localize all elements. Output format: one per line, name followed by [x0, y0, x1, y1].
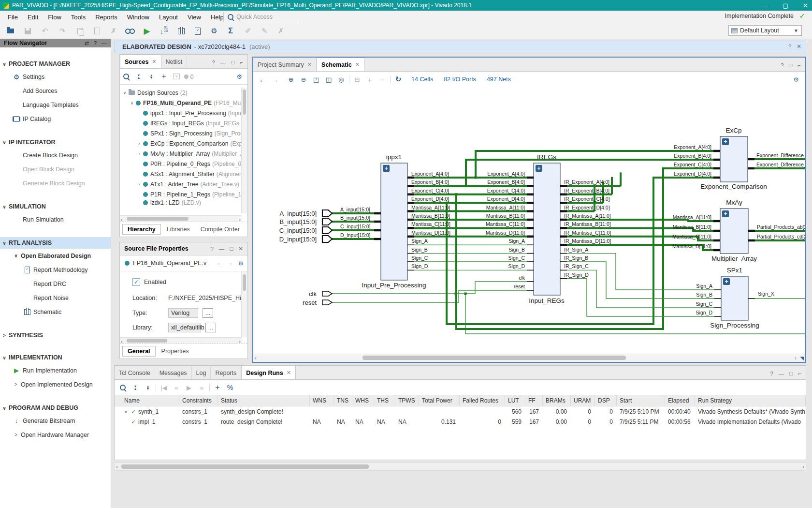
- flow-item-language-templates[interactable]: Language Templates: [0, 98, 111, 112]
- schematic-settings-icon[interactable]: ⚙: [790, 76, 802, 83]
- column-header-name[interactable]: Name: [121, 395, 179, 406]
- chevron-icon[interactable]: ›: [136, 151, 142, 156]
- column-header-dsp[interactable]: DSP: [595, 395, 617, 406]
- flow-item-ip-catalog[interactable]: IP Catalog: [0, 112, 111, 126]
- schematic-float-icon[interactable]: ⌐: [798, 62, 801, 68]
- flow-item-schematic[interactable]: Schematic: [0, 305, 111, 319]
- column-header-ths[interactable]: THS: [374, 395, 395, 406]
- schematic-maximize-icon[interactable]: □: [789, 62, 792, 68]
- tab-design-runs[interactable]: Design Runs✕: [241, 366, 296, 379]
- close-icon[interactable]: ✕: [307, 61, 312, 68]
- flow-item-run-implementation[interactable]: ▶Run Implementation: [0, 363, 111, 377]
- find-icon[interactable]: [125, 26, 135, 36]
- sources-float-icon[interactable]: ⌐: [240, 60, 243, 65]
- tab-netlist[interactable]: Netlist: [161, 55, 188, 68]
- flow-section-synthesis[interactable]: >SYNTHESIS: [0, 329, 111, 341]
- zoom-in-icon[interactable]: ⊕: [285, 76, 297, 83]
- column-header-uram[interactable]: URAM: [571, 395, 595, 406]
- column-header-failed-routes[interactable]: Failed Routes: [460, 395, 505, 406]
- select-area-icon[interactable]: ◫: [322, 76, 335, 83]
- settings-toolbar-icon[interactable]: ⚙: [209, 26, 219, 36]
- menu-item-edit[interactable]: Edit: [23, 14, 43, 21]
- layout-selector[interactable]: Default Layout ▼: [728, 25, 802, 36]
- schematic-block-iregs[interactable]: [534, 163, 560, 295]
- io-ports-count[interactable]: 82 I/O Ports: [444, 76, 476, 83]
- flow-section-project-manager[interactable]: ∨PROJECT MANAGER: [0, 58, 111, 70]
- tree-item-excp-exponent-comparison[interactable]: ›ExCp : Exponent_Comparison(Expo: [120, 138, 242, 149]
- flow-section-program-and-debug[interactable]: ∨PROGRAM AND DEBUG: [0, 402, 111, 414]
- cells-count[interactable]: 14 Cells: [411, 76, 433, 83]
- menu-item-window[interactable]: Window: [122, 14, 154, 21]
- flow-help-icon[interactable]: ?: [94, 40, 97, 46]
- tab-sources[interactable]: Sources✕: [120, 55, 161, 68]
- flow-section-implementation[interactable]: ∨IMPLEMENTATION: [0, 352, 111, 363]
- menu-item-tools[interactable]: Tools: [66, 14, 90, 21]
- report-icon[interactable]: ✓: [192, 26, 203, 36]
- tab-schematic[interactable]: Schematic✕: [317, 58, 364, 71]
- flow-minimize-icon[interactable]: —: [102, 40, 107, 46]
- port-reset[interactable]: [322, 300, 332, 305]
- percent-icon[interactable]: %: [224, 384, 236, 391]
- window-hscrollbar[interactable]: ‹ ›: [114, 463, 806, 471]
- flow-item-open-hardware-manager[interactable]: >Open Hardware Manager: [0, 428, 111, 442]
- close-icon[interactable]: ✕: [152, 59, 156, 65]
- flow-section-rtl-analysis[interactable]: ∨RTL ANALYSIS: [0, 237, 111, 249]
- column-header-brams[interactable]: BRAMs: [543, 395, 571, 406]
- enabled-checkbox[interactable]: ✓ Enabled: [132, 278, 166, 286]
- sources-minimize-icon[interactable]: —: [220, 60, 226, 65]
- column-header-tns[interactable]: TNS: [334, 395, 352, 406]
- schematic-corner-icon[interactable]: ◥: [800, 356, 804, 361]
- sfp-close-icon[interactable]: ✕: [238, 245, 243, 252]
- library-browse-button[interactable]: …: [205, 323, 216, 332]
- nets-count[interactable]: 497 Nets: [487, 76, 511, 83]
- generate-bitstream-icon[interactable]: ↓0110: [159, 26, 169, 36]
- chevron-icon[interactable]: ∨: [129, 101, 135, 105]
- chevron-icon[interactable]: ∨: [122, 90, 128, 95]
- tree-item-mxay-multiplier-array[interactable]: ›MxAy : Multiplier_Array(Multiplier_Arr: [120, 149, 242, 159]
- schematic-canvas[interactable]: +++++ippx1Input_Pre_ProcessingIREGsInput…: [253, 87, 805, 353]
- column-header-constraints[interactable]: Constraints: [179, 395, 218, 406]
- sfp-help-icon[interactable]: ?: [211, 246, 214, 252]
- flow-item-run-simulation[interactable]: Run Simulation: [0, 212, 111, 226]
- open-project-icon[interactable]: [5, 26, 15, 36]
- autofit-icon[interactable]: ◎: [335, 76, 348, 83]
- undo-icon[interactable]: ↶: [40, 26, 50, 36]
- maximize-button[interactable]: ▢: [783, 2, 788, 9]
- sfp-vscrollbar[interactable]: [241, 271, 247, 337]
- column-header-tpws[interactable]: TPWS: [395, 395, 419, 406]
- schematic-block-ippx1[interactable]: [381, 163, 407, 280]
- column-header-run-strategy[interactable]: Run Strategy: [695, 395, 806, 406]
- banner-close-icon[interactable]: ✕: [797, 43, 801, 50]
- schematic-hscrollbar[interactable]: ‹ › ◥: [253, 354, 805, 362]
- flow-item-settings[interactable]: ⚙Settings: [0, 70, 111, 84]
- tree-item-p1r-pipeline-1-regs[interactable]: P1R : Pipeline_1_Regs(Pipeline_1: [120, 189, 242, 199]
- expand-all-icon[interactable]: ▲▼: [145, 74, 158, 79]
- column-header-start[interactable]: Start: [617, 395, 665, 406]
- sources-hscrollbar[interactable]: ‹›: [120, 215, 242, 222]
- save-icon[interactable]: [22, 26, 33, 36]
- column-header-total-power[interactable]: Total Power: [419, 395, 460, 406]
- runs-maximize-icon[interactable]: □: [789, 371, 793, 376]
- tab-messages[interactable]: Messages: [155, 366, 192, 379]
- runs-collapse-all-icon[interactable]: ▼▲: [129, 385, 142, 390]
- close-icon[interactable]: ✕: [287, 370, 291, 376]
- collapse-all-icon[interactable]: ▼▲: [132, 74, 145, 79]
- sfp-minimize-icon[interactable]: —: [219, 246, 225, 252]
- menu-item-view[interactable]: View: [183, 14, 206, 21]
- column-header-elapsed[interactable]: Elapsed: [665, 395, 695, 406]
- create-run-icon[interactable]: +: [211, 383, 224, 392]
- runs-expand-all-icon[interactable]: ▲▼: [142, 385, 154, 390]
- tab-general[interactable]: General: [122, 346, 156, 357]
- tab-hierarchy[interactable]: Hierarchy: [122, 224, 161, 235]
- redo-icon[interactable]: ↷: [57, 26, 68, 36]
- tab-tcl-console[interactable]: Tcl Console: [115, 366, 155, 379]
- run-row-synth-1[interactable]: ∨✓synth_1constrs_1synth_design Complete!…: [115, 406, 806, 417]
- messages-badge[interactable]: 0: [183, 73, 195, 80]
- sources-vscrollbar[interactable]: [241, 88, 247, 213]
- type-browse-button[interactable]: …: [203, 308, 213, 318]
- flow-section-ip-integrator[interactable]: ∨IP INTEGRATOR: [0, 136, 111, 148]
- close-button[interactable]: ✕: [803, 2, 808, 9]
- flow-item-create-block-design[interactable]: Create Block Design: [0, 148, 111, 162]
- prev-file-icon[interactable]: ←: [217, 260, 223, 267]
- tree-item-iregs-input-regs[interactable]: IREGs : Input_REGs(Input_REGs.v: [120, 118, 242, 128]
